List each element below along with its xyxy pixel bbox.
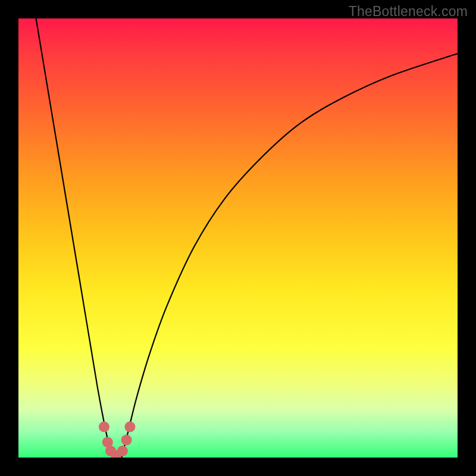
chart-svg [18,18,458,458]
valley-dot [124,421,135,432]
chart-frame: TheBottleneck.com [0,0,476,476]
attribution-text: TheBottleneck.com [349,4,468,20]
valley-dot [99,421,109,432]
curve-left-arm [36,18,113,458]
plot-area [18,18,458,458]
valley-dot [117,446,128,456]
valley-dot [121,434,132,445]
curve-right-arm [121,54,458,458]
